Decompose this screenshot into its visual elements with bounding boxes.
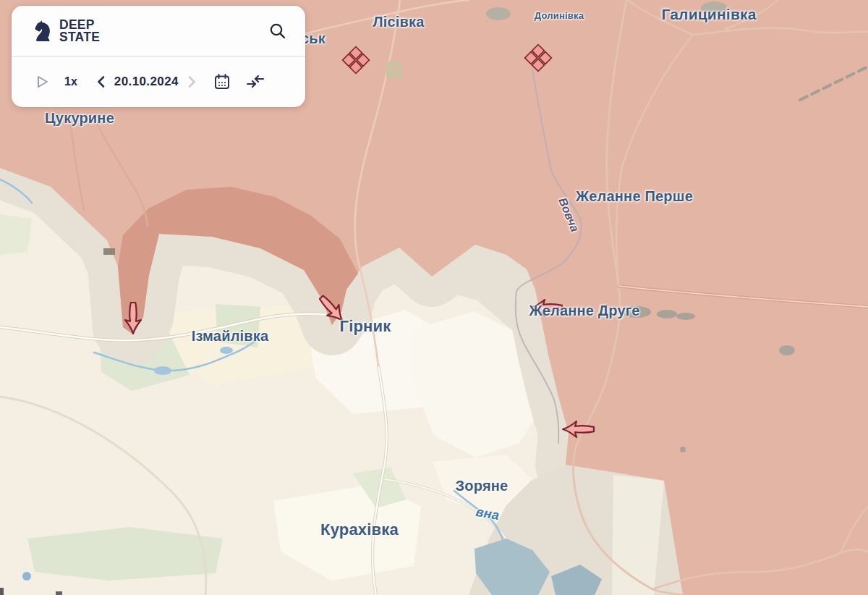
next-date-button[interactable] [187,75,197,88]
prev-date-button[interactable] [96,75,106,88]
current-date: 20.10.2024 [114,75,179,89]
chevron-left-icon [96,75,106,88]
chess-knight-icon [32,19,53,43]
brand-line-2: STATE [59,31,100,43]
chevron-right-icon [187,75,197,88]
converge-arrows-icon [246,74,265,90]
deepstate-logo[interactable]: DEEP STATE [32,19,101,43]
map-viewport[interactable]: ськЛісівкаДолинівкаГалицинівкаЦукуринеЖе… [0,0,868,595]
search-icon [269,22,286,40]
control-card: DEEP STATE 1x [12,6,305,107]
jump-to-latest-button[interactable] [246,74,265,90]
speed-indicator[interactable]: 1x [64,75,77,88]
search-button[interactable] [269,22,286,40]
calendar-icon [214,74,230,90]
calendar-button[interactable] [214,74,230,90]
play-icon [36,75,49,89]
play-button[interactable] [36,75,49,89]
